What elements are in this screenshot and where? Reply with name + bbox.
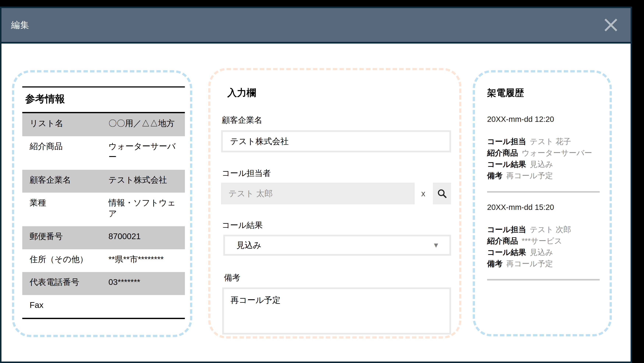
field-label: コール担当	[487, 137, 526, 146]
call-result-value: 見込み	[236, 240, 262, 251]
company-name-input[interactable]: テスト株式会社	[221, 130, 451, 152]
call-result-label: コール結果	[222, 220, 459, 231]
row-label: 住所（その他）	[22, 249, 108, 272]
field-value: 見込み	[530, 160, 553, 169]
caller-field-group: テスト 太郎 x	[221, 183, 451, 204]
table-row: 顧客企業名 テスト株式会社	[22, 170, 185, 193]
row-label: リスト名	[22, 113, 108, 136]
edit-modal: 編集 参考情報 リスト名 〇〇用／△△地方 紹介商品 ウォーターサーバー 顧客企…	[0, 6, 632, 363]
caller-label: コール担当者	[222, 168, 459, 179]
history-field-line: 備考再コール予定	[487, 258, 600, 270]
search-icon	[437, 188, 447, 199]
row-label: 代表電話番号	[22, 272, 108, 295]
table-row: Fax	[22, 295, 185, 318]
reference-table: リスト名 〇〇用／△△地方 紹介商品 ウォーターサーバー 顧客企業名 テスト株式…	[22, 112, 185, 319]
field-value: 再コール予定	[506, 259, 553, 268]
field-label: 紹介商品	[487, 237, 518, 245]
table-row: 代表電話番号 03*******	[22, 272, 185, 295]
entry-divider	[487, 279, 600, 281]
row-label: 紹介商品	[22, 136, 108, 170]
close-icon	[604, 18, 618, 32]
entry-divider	[487, 191, 600, 193]
history-field-line: 備考再コール予定	[487, 170, 600, 181]
row-value: 8700021	[108, 226, 185, 249]
history-fields: コール担当テスト 次郎 紹介商品***サービス コール結果見込み 備考再コール予…	[487, 224, 600, 270]
field-value: テスト 次郎	[530, 225, 571, 234]
history-list: 20XX-mm-dd 12:20 コール担当テスト 花子 紹介商品ウォーターサー…	[487, 115, 600, 281]
history-entry: 20XX-mm-dd 12:20 コール担当テスト 花子 紹介商品ウォーターサー…	[487, 115, 600, 193]
history-field-line: 紹介商品***サービス	[487, 235, 600, 247]
row-value: **県**市********	[108, 249, 185, 272]
note-label: 備考	[224, 272, 459, 283]
history-field-line: コール結果見込み	[487, 159, 600, 170]
call-result-select[interactable]: 見込み ▼	[223, 235, 451, 256]
field-value: 再コール予定	[506, 171, 553, 180]
chevron-down-icon: ▼	[432, 241, 440, 249]
history-fields: コール担当テスト 花子 紹介商品ウォーターサーバー コール結果見込み 備考再コー…	[487, 136, 600, 182]
row-label: 顧客企業名	[22, 170, 108, 193]
input-panel: 入力欄 顧客企業名 テスト株式会社 コール担当者 テスト 太郎 x コール結果 …	[208, 68, 461, 339]
row-label: 郵便番号	[22, 226, 108, 249]
reference-panel: 参考情報 リスト名 〇〇用／△△地方 紹介商品 ウォーターサーバー 顧客企業名 …	[12, 70, 192, 337]
row-value: ウォーターサーバー	[108, 136, 185, 170]
history-datetime: 20XX-mm-dd 12:20	[487, 115, 600, 124]
field-label: コール結果	[487, 160, 526, 169]
field-value: 見込み	[530, 248, 553, 257]
history-panel: 架電履歴 20XX-mm-dd 12:20 コール担当テスト 花子 紹介商品ウォ…	[473, 70, 612, 336]
field-value: ウォーターサーバー	[522, 148, 592, 157]
field-label: 備考	[487, 259, 502, 268]
company-name-label: 顧客企業名	[222, 115, 459, 125]
row-value: テスト株式会社	[108, 170, 185, 193]
caller-input[interactable]: テスト 太郎	[221, 183, 414, 204]
table-row: リスト名 〇〇用／△△地方	[22, 113, 185, 136]
row-value: 03*******	[108, 272, 185, 295]
field-value: テスト 花子	[530, 137, 571, 146]
reference-top-rule	[22, 86, 185, 87]
search-button[interactable]	[432, 183, 451, 204]
table-row: 住所（その他） **県**市********	[22, 249, 185, 272]
history-entry: 20XX-mm-dd 15:20 コール担当テスト 次郎 紹介商品***サービス…	[487, 203, 600, 281]
history-title: 架電履歴	[487, 87, 610, 99]
table-row: 郵便番号 8700021	[22, 226, 185, 249]
row-value: 情報・ソフトウェア	[108, 193, 185, 226]
history-field-line: コール担当テスト 次郎	[487, 224, 600, 235]
table-row: 紹介商品 ウォーターサーバー	[22, 136, 185, 170]
note-textarea[interactable]: 再コール予定	[222, 288, 451, 335]
row-label: Fax	[22, 295, 108, 318]
input-panel-title: 入力欄	[227, 86, 459, 99]
table-row: 業種 情報・ソフトウェア	[22, 193, 185, 226]
field-value: ***サービス	[522, 237, 562, 245]
row-label: 業種	[22, 193, 108, 226]
row-value: 〇〇用／△△地方	[108, 113, 185, 136]
history-field-line: 紹介商品ウォーターサーバー	[487, 147, 600, 159]
field-label: 紹介商品	[487, 148, 518, 157]
history-field-line: コール結果見込み	[487, 247, 600, 258]
field-label: 備考	[487, 171, 502, 180]
reference-title: 参考情報	[25, 92, 185, 106]
modal-title: 編集	[11, 19, 30, 31]
field-label: コール結果	[487, 248, 526, 257]
history-field-line: コール担当テスト 花子	[487, 136, 600, 147]
field-label: コール担当	[487, 225, 526, 234]
row-value	[108, 295, 185, 318]
modal-header: 編集	[2, 8, 630, 43]
close-button[interactable]	[603, 17, 618, 32]
clear-button[interactable]: x	[414, 183, 432, 204]
history-datetime: 20XX-mm-dd 15:20	[487, 203, 600, 212]
